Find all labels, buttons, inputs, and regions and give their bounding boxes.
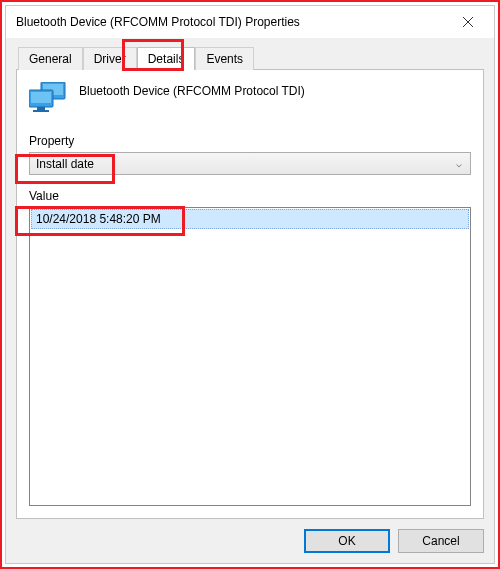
svg-rect-5 <box>31 92 51 103</box>
property-label: Property <box>29 134 471 148</box>
tab-events[interactable]: Events <box>195 47 254 70</box>
tab-body: Bluetooth Device (RFCOMM Protocol TDI) P… <box>16 69 484 519</box>
monitors-icon <box>29 82 69 116</box>
annotation-outer-highlight: Bluetooth Device (RFCOMM Protocol TDI) P… <box>0 0 500 569</box>
value-label: Value <box>29 189 471 203</box>
dialog-window: Bluetooth Device (RFCOMM Protocol TDI) P… <box>5 5 495 564</box>
svg-rect-6 <box>37 107 45 110</box>
value-listbox[interactable]: 10/24/2018 5:48:20 PM <box>29 207 471 506</box>
device-header-row: Bluetooth Device (RFCOMM Protocol TDI) <box>29 82 471 116</box>
tab-strip: General Driver Details Events <box>16 46 484 69</box>
device-name: Bluetooth Device (RFCOMM Protocol TDI) <box>79 82 305 98</box>
close-icon <box>463 17 473 27</box>
tab-details[interactable]: Details <box>137 47 196 70</box>
titlebar: Bluetooth Device (RFCOMM Protocol TDI) P… <box>6 6 494 38</box>
window-title: Bluetooth Device (RFCOMM Protocol TDI) P… <box>16 15 446 29</box>
ok-button[interactable]: OK <box>304 529 390 553</box>
property-dropdown-value: Install date <box>36 157 94 171</box>
value-item[interactable]: 10/24/2018 5:48:20 PM <box>31 209 469 229</box>
button-row: OK Cancel <box>16 519 484 553</box>
svg-rect-7 <box>33 110 49 112</box>
content-area: General Driver Details Events Bluetooth … <box>6 38 494 563</box>
property-dropdown[interactable]: Install date <box>29 152 471 175</box>
close-button[interactable] <box>446 7 490 37</box>
cancel-button[interactable]: Cancel <box>398 529 484 553</box>
tab-general[interactable]: General <box>18 47 83 70</box>
tab-driver[interactable]: Driver <box>83 47 137 70</box>
